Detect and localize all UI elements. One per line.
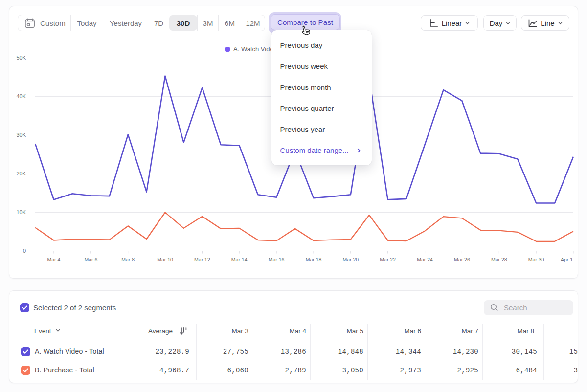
svg-text:Mar 8: Mar 8 — [121, 257, 135, 262]
svg-text:Mar 16: Mar 16 — [269, 257, 285, 262]
svg-text:40K: 40K — [16, 93, 26, 99]
svg-text:50K: 50K — [16, 55, 26, 61]
svg-text:Mar 4: Mar 4 — [47, 257, 60, 262]
svg-text:Mar 26: Mar 26 — [454, 257, 470, 262]
svg-text:30K: 30K — [16, 132, 26, 138]
svg-text:Mar 20: Mar 20 — [342, 257, 359, 262]
svg-text:Mar 14: Mar 14 — [231, 257, 248, 262]
svg-text:10K: 10K — [16, 209, 26, 215]
svg-text:Mar 12: Mar 12 — [194, 257, 210, 262]
svg-text:Mar 18: Mar 18 — [306, 257, 322, 262]
svg-text:Mar 22: Mar 22 — [380, 257, 396, 262]
svg-text:Mar 24: Mar 24 — [417, 257, 433, 262]
svg-text:0: 0 — [23, 248, 26, 254]
svg-text:20K: 20K — [16, 171, 26, 176]
svg-text:Mar 10: Mar 10 — [157, 257, 173, 262]
svg-text:Mar 30: Mar 30 — [528, 257, 544, 262]
svg-text:Mar 6: Mar 6 — [84, 257, 97, 262]
svg-text:Apr 1: Apr 1 — [561, 257, 573, 262]
svg-text:Mar 28: Mar 28 — [491, 257, 507, 262]
